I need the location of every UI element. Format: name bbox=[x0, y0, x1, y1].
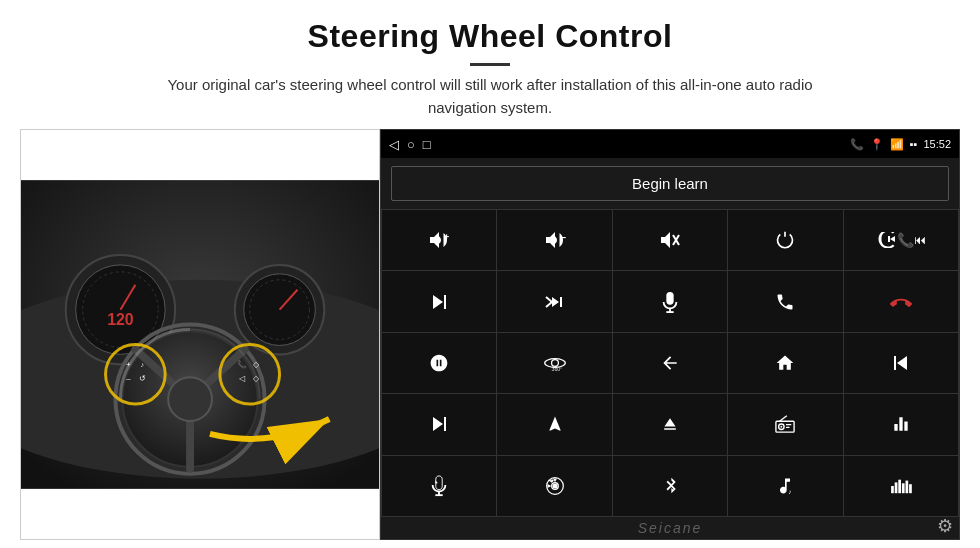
page-title: Steering Wheel Control bbox=[60, 18, 920, 55]
svg-text:♪: ♪ bbox=[789, 488, 792, 495]
speaker-button[interactable] bbox=[382, 333, 496, 393]
svg-marker-35 bbox=[433, 295, 443, 309]
svg-text:+: + bbox=[444, 232, 449, 242]
phone-icon: 📞 bbox=[850, 138, 864, 151]
svg-rect-36 bbox=[444, 295, 446, 309]
battery-icon: ▪▪ bbox=[910, 138, 918, 150]
status-nav-icons: ◁ ○ □ bbox=[389, 137, 431, 152]
settings-gear-icon[interactable]: ⚙ bbox=[937, 515, 953, 537]
spectrum-button[interactable] bbox=[844, 456, 958, 516]
svg-point-61 bbox=[553, 484, 556, 487]
mic2-button[interactable] bbox=[382, 456, 496, 516]
controls-grid: + – 📞⏮ bbox=[381, 209, 959, 517]
microphone-button[interactable] bbox=[613, 271, 727, 331]
status-bar: ◁ ○ □ 📞 📍 📶 ▪▪ 15:52 bbox=[381, 130, 959, 158]
nav-recents-icon[interactable]: □ bbox=[423, 137, 431, 152]
camera-360-button[interactable]: 360° bbox=[497, 333, 611, 393]
content-area: 120 bbox=[0, 129, 980, 548]
svg-marker-33 bbox=[890, 236, 895, 242]
svg-text:◇: ◇ bbox=[253, 360, 260, 369]
header-section: Steering Wheel Control Your original car… bbox=[0, 0, 980, 129]
svg-rect-47 bbox=[894, 356, 896, 370]
car-image-section: 120 bbox=[20, 129, 380, 540]
call-prev-button[interactable]: 📞⏮ bbox=[844, 210, 958, 270]
location-icon: 📍 bbox=[870, 138, 884, 151]
car-image: 120 bbox=[21, 130, 379, 539]
svg-rect-55 bbox=[786, 427, 790, 428]
ff-muted-button[interactable] bbox=[497, 271, 611, 331]
svg-text:📞: 📞 bbox=[237, 359, 247, 369]
svg-rect-68 bbox=[909, 484, 912, 493]
svg-rect-65 bbox=[898, 479, 901, 493]
svg-rect-67 bbox=[905, 480, 908, 493]
music-button[interactable]: ♪ bbox=[728, 456, 842, 516]
hang-up-button[interactable] bbox=[844, 271, 958, 331]
navigation-button[interactable] bbox=[497, 394, 611, 454]
svg-text:360°: 360° bbox=[551, 366, 562, 372]
rewind-button[interactable] bbox=[844, 333, 958, 393]
svg-rect-66 bbox=[902, 483, 905, 493]
svg-text:–: – bbox=[126, 374, 131, 383]
svg-text:–: – bbox=[560, 231, 566, 243]
nav-home-icon[interactable]: ○ bbox=[407, 137, 415, 152]
svg-text:↺: ↺ bbox=[139, 374, 146, 383]
svg-marker-50 bbox=[433, 417, 443, 431]
android-panel: ◁ ○ □ 📞 📍 📶 ▪▪ 15:52 Begin learn bbox=[380, 129, 960, 540]
bluetooth-button[interactable] bbox=[613, 456, 727, 516]
svg-rect-40 bbox=[560, 297, 562, 307]
home-button[interactable] bbox=[728, 333, 842, 393]
power-button[interactable] bbox=[728, 210, 842, 270]
back-arrow-button[interactable] bbox=[613, 333, 727, 393]
svg-text:120: 120 bbox=[107, 311, 134, 328]
time-display: 15:52 bbox=[923, 138, 951, 150]
svg-text:+: + bbox=[126, 360, 131, 369]
seicane-watermark: Seicane ⚙ bbox=[381, 517, 959, 539]
vol-down-button[interactable]: – bbox=[497, 210, 611, 270]
svg-line-37 bbox=[546, 297, 552, 302]
seicane-text: Seicane bbox=[638, 520, 703, 536]
page-container: Steering Wheel Control Your original car… bbox=[0, 0, 980, 548]
svg-text:◇: ◇ bbox=[253, 374, 260, 383]
fast-forward-button[interactable] bbox=[382, 394, 496, 454]
svg-marker-39 bbox=[552, 297, 559, 307]
svg-line-38 bbox=[546, 302, 552, 307]
settings-button[interactable] bbox=[497, 456, 611, 516]
status-right-icons: 📞 📍 📶 ▪▪ 15:52 bbox=[850, 138, 951, 151]
title-divider bbox=[470, 63, 510, 66]
svg-rect-64 bbox=[894, 482, 897, 493]
svg-point-17 bbox=[168, 377, 212, 421]
wifi-icon: 📶 bbox=[890, 138, 904, 151]
skip-next-button[interactable] bbox=[382, 271, 496, 331]
svg-rect-63 bbox=[891, 486, 894, 493]
begin-learn-section: Begin learn bbox=[381, 158, 959, 209]
mute-button[interactable] bbox=[613, 210, 727, 270]
vol-up-button[interactable]: + bbox=[382, 210, 496, 270]
svg-marker-48 bbox=[897, 356, 907, 370]
nav-back-icon[interactable]: ◁ bbox=[389, 137, 399, 152]
svg-rect-54 bbox=[786, 424, 791, 425]
svg-text:♪: ♪ bbox=[141, 361, 144, 368]
eject-button[interactable] bbox=[613, 394, 727, 454]
svg-text:◁: ◁ bbox=[239, 374, 246, 383]
svg-rect-49 bbox=[444, 417, 446, 431]
radio-button[interactable] bbox=[728, 394, 842, 454]
equalizer-button[interactable] bbox=[844, 394, 958, 454]
svg-rect-41 bbox=[666, 291, 673, 304]
phone-call-button[interactable] bbox=[728, 271, 842, 331]
svg-point-53 bbox=[781, 426, 783, 428]
subtitle-text: Your original car's steering wheel contr… bbox=[140, 74, 840, 119]
begin-learn-button[interactable]: Begin learn bbox=[391, 166, 949, 201]
